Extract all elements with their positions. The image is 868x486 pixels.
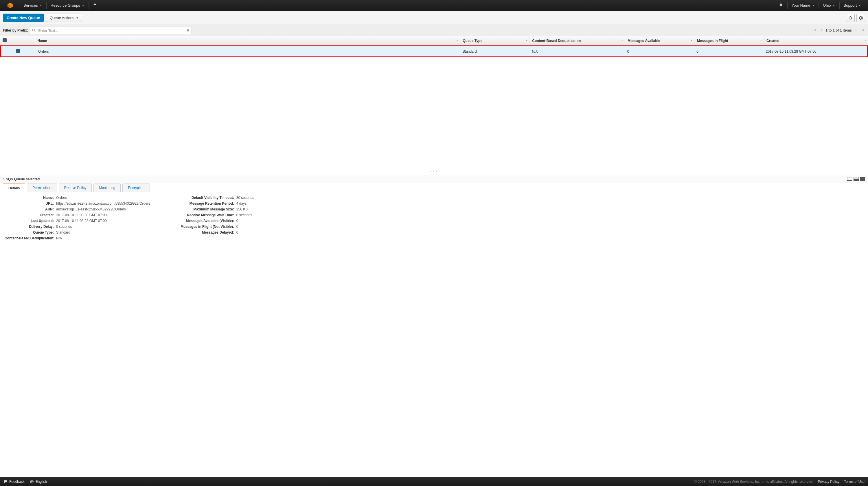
queue-table-header: Name▾ Queue Type▾ Content-Based Deduplic… [0,36,868,45]
nav-services[interactable]: Services ▼ [20,0,46,11]
nav-separator [839,2,840,9]
detail-qtype-key: Queue Type: [5,231,54,235]
detail-max-key: Maximum Message Size: [170,207,234,211]
detail-created-value: 2017-08-10 11:03:28 GMT-07:00 [56,213,150,217]
pane-resize-handle[interactable]: ● ● ●● ● ● [0,170,868,175]
detail-avail-value: 0 [237,219,254,223]
svg-rect-6 [847,180,852,181]
chevron-down-icon: ▼ [833,4,835,7]
chevron-down-icon: ▼ [40,4,42,7]
layout-icons [847,177,865,181]
header-msgs-available[interactable]: Messages Available▾ [625,36,694,45]
settings-button[interactable] [857,14,865,22]
pin-icon [93,3,97,8]
row-checkbox[interactable] [16,49,20,53]
header-msgs-flight-label: Messages in Flight [697,39,728,43]
header-name[interactable]: Name▾ [35,36,460,45]
detail-updated-key: Last Updated: [5,219,54,223]
cell-created: 2017-08-10 11:03:28 GMT-07:00 [763,46,867,56]
pager-text: 1 to 1 of 1 items [826,28,852,32]
selected-row-highlight: Orders Standard N/A 0 0 2017-08-10 11:03… [0,45,868,57]
first-page-icon [813,28,816,32]
pager-last-button[interactable] [861,28,865,33]
filter-input[interactable] [30,27,191,34]
layout-full-button[interactable] [860,177,865,181]
detail-flight-value: 0 [237,224,254,229]
detail-wait-key: Receive Message Wait Time: [170,213,234,217]
header-queue-type-label: Queue Type [463,39,482,43]
nav-separator [19,2,20,9]
pager-next-button[interactable] [854,28,858,32]
svg-rect-8 [854,179,859,181]
detail-dedup-key: Content-Based Deduplication: [5,236,54,240]
nav-notifications[interactable] [775,0,787,11]
detail-delay-value: 0 seconds [56,224,150,229]
detail-max-value: 256 KB [237,207,254,211]
table-row[interactable]: Orders Standard N/A 0 0 2017-08-10 11:03… [1,46,867,56]
details-right-column: Default Visibility Timeout: 30 seconds M… [170,196,254,240]
detail-flight-key: Messages in Flight (Not Visible): [170,224,234,229]
nav-resource-groups[interactable]: Resource Groups ▼ [47,0,88,11]
row-checkbox-cell [1,46,36,56]
filter-input-wrap: ✕ [30,27,192,34]
detail-arn-key: ARN: [5,207,54,211]
sort-caret-icon: ▾ [691,39,692,42]
nav-separator [787,2,787,9]
layout-split-right-button[interactable] [854,177,859,181]
detail-vis-key: Default Visibility Timeout: [170,196,234,200]
header-dedup[interactable]: Content-Based Deduplication▾ [529,36,625,45]
bell-icon [779,3,783,8]
svg-rect-9 [860,177,865,181]
footer-spacer [0,247,868,256]
nav-pin[interactable] [89,0,100,11]
queue-table: Name▾ Queue Type▾ Content-Based Deduplic… [0,36,868,45]
detail-vis-value: 30 seconds [237,196,254,200]
header-msgs-flight[interactable]: Messages in Flight▾ [694,36,764,45]
filter-left: Filter by Prefix: ✕ [3,27,192,34]
pager-prev-button[interactable] [819,28,823,32]
queue-actions-label: Queue Actions [50,16,74,20]
chevron-left-icon [820,29,823,32]
nav-support[interactable]: Support ▼ [840,0,865,11]
tab-details[interactable]: Details [3,184,25,192]
tab-redrive-policy[interactable]: Redrive Policy [59,184,92,192]
chevron-down-icon: ▼ [812,4,814,7]
nav-separator [818,2,819,9]
create-queue-button[interactable]: Create New Queue [3,13,44,22]
cell-dedup: N/A [529,46,624,56]
search-icon [32,28,36,32]
detail-dedup-value: N/A [56,236,150,240]
nav-left: Services ▼ Resource Groups ▼ [3,0,100,11]
refresh-button[interactable] [846,14,855,22]
header-created[interactable]: Created▾ [764,36,868,45]
header-queue-type[interactable]: Queue Type▾ [460,36,529,45]
last-page-icon [861,28,865,32]
pager-first-button[interactable] [812,28,817,33]
header-checkbox-cell [0,36,35,45]
layout-split-bottom-button[interactable] [847,177,852,181]
sort-caret-icon: ▾ [526,39,527,42]
detail-updated-value: 2017-08-10 11:03:28 GMT-07:00 [56,219,150,223]
tab-permissions[interactable]: Permissions [27,184,57,192]
details-left-column: Name: Orders URL: https://sqs.us-east-2.… [5,196,150,240]
pager: 1 to 1 of 1 items [812,28,865,33]
cell-msgs-available: 0 [625,46,694,56]
chevron-down-icon: ▼ [859,4,861,7]
select-all-checkbox[interactable] [3,38,7,42]
queue-actions-button[interactable]: Queue Actions ▼ [46,13,82,22]
detail-wait-value: 0 seconds [237,213,254,217]
nav-support-label: Support [844,3,857,7]
tab-monitoring[interactable]: Monitoring [93,184,121,192]
cube-icon [7,2,13,9]
gear-icon [859,16,863,20]
nav-account[interactable]: Your Name ▼ [788,0,818,11]
sort-caret-icon: ▾ [865,39,866,42]
aws-logo[interactable] [3,0,19,11]
details-header: 1 SQS Queue selected [0,175,868,183]
detail-arn-value: arn:aws:sqs:us-east-2:585534329928:Order… [56,207,150,211]
clear-filter-button[interactable]: ✕ [186,28,190,33]
top-nav: Services ▼ Resource Groups ▼ Your Name ▼… [0,0,868,11]
nav-region[interactable]: Ohio ▼ [819,0,838,11]
detail-name-value: Orders [56,196,150,200]
tab-encryption[interactable]: Encryption [122,184,150,192]
